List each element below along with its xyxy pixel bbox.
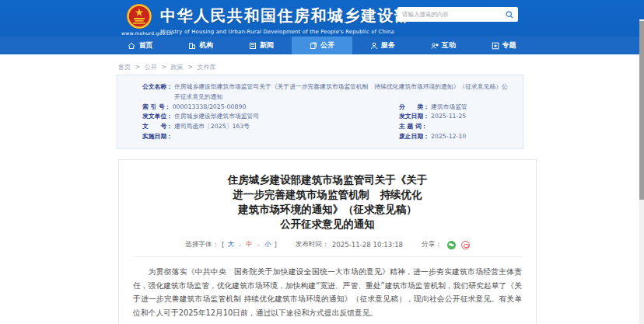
meta-label-doc-name: 公文名称： xyxy=(142,82,173,103)
breadcrumb-separator: > xyxy=(161,64,166,71)
meta-value-category: 建筑市场监管 xyxy=(431,103,467,113)
nav-item-interact[interactable]: 互动 xyxy=(413,37,474,54)
breadcrumb-policy[interactable]: 政策 xyxy=(171,64,184,71)
document-body: 为贯彻落实《中共中央 国务院关于加快建设全国统一大市场的意见》精神，进一步夯实建… xyxy=(133,265,522,324)
main-nav: 首页 机构 新闻 公开 服务 互动 专题 xyxy=(0,37,644,54)
font-size-small-button[interactable]: 小 xyxy=(264,240,271,249)
meta-label-issuer: 发文单位： xyxy=(142,112,173,122)
meta-value-doc-no: 建司局函市〔2025〕163号 xyxy=(174,122,250,132)
nav-item-label: 专题 xyxy=(502,40,516,51)
search-icon[interactable] xyxy=(506,11,513,19)
meta-label-impl-date: 实施日期： xyxy=(142,132,173,142)
star-icon xyxy=(492,42,499,50)
publish-time-label: 发布时间： xyxy=(296,240,329,249)
breadcrumb-separator: > xyxy=(187,64,193,71)
breadcrumb-disclosure[interactable]: 公开 xyxy=(145,64,157,71)
font-size-separator: - xyxy=(239,241,241,249)
meta-label-index: 索 引 号： xyxy=(142,103,171,113)
nav-item-label: 首页 xyxy=(138,40,152,51)
wechat-share-icon[interactable] xyxy=(447,241,456,249)
national-emblem-icon xyxy=(126,3,152,30)
document-toolbar: 选择字体：[大-中-小] 发布时间：2025-11-28 10:13:18 分享… xyxy=(133,240,522,257)
document-paragraph: 为贯彻落实《中共中央 国务院关于加快建设全国统一大市场的意见》精神，进一步夯实建… xyxy=(133,265,522,319)
breadcrumb-separator: > xyxy=(135,64,141,71)
meta-row-docno-subject: 文 号： 建司局函市〔2025〕163号 主 题 词： xyxy=(142,122,512,132)
document-title-line: 住房城乡建设部建筑市场监管司关于《关于 xyxy=(133,172,522,187)
font-size-separator: - xyxy=(257,241,260,249)
meta-row-doc-name: 公文名称： 住房城乡建设部建筑市场监管司关于《关于进一步完善建筑市场监管机制 持… xyxy=(142,82,512,103)
nav-item-home[interactable]: 首页 xyxy=(110,37,171,54)
document-icon xyxy=(310,42,317,50)
site-subtitle: Ministry of Housing and Urban-Rural Deve… xyxy=(160,29,411,35)
nav-item-service[interactable]: 服务 xyxy=(352,37,413,54)
meta-value-doc-name: 住房城乡建设部建筑市场监管司关于《关于进一步完善建筑市场监管机制 持续优化建筑市… xyxy=(174,82,512,103)
national-emblem: www.mohurd.gov.cn xyxy=(121,3,157,36)
meta-label-expiry: 废止日期： xyxy=(399,132,429,142)
document-title-line: 公开征求意见的通知 xyxy=(133,217,522,232)
nav-item-label: 新闻 xyxy=(260,40,274,51)
font-size-bracket: [ xyxy=(222,241,224,249)
person-icon xyxy=(370,42,378,50)
meta-label-category: 分 类： xyxy=(399,103,429,113)
document-content: 住房城乡建设部建筑市场监管司关于《关于 进一步完善建筑市场监管机制 持续优化 建… xyxy=(118,159,537,324)
meta-row-impl-expiry: 实施日期： 废止日期： 2025-12-10 xyxy=(142,132,512,142)
weibo-share-icon[interactable] xyxy=(461,241,470,249)
font-size-label: 选择字体： xyxy=(185,240,219,249)
meta-value-issue-date: 2025-11-25 xyxy=(431,112,466,122)
nav-item-news[interactable]: 新闻 xyxy=(231,37,292,54)
breadcrumb-home[interactable]: 首页 xyxy=(118,64,131,71)
font-size-bracket: ] xyxy=(274,241,276,249)
breadcrumb-library[interactable]: 文件库 xyxy=(197,64,215,71)
meta-label-doc-no: 文 号： xyxy=(142,122,173,132)
meta-row-issuer-date: 发文单位： 住房城乡建设部建筑市场监管司 发文日期： 2025-11-25 xyxy=(142,112,512,122)
breadcrumb: 首页 > 公开 > 政策 > 文件库 xyxy=(118,63,215,71)
building-icon xyxy=(188,42,196,50)
document-meta-table: 公文名称： 住房城乡建设部建筑市场监管司关于《关于进一步完善建筑市场监管机制 持… xyxy=(117,75,523,149)
meta-label-subject: 主 题 词： xyxy=(399,122,428,132)
site-title: 中华人民共和国住房和城乡建设部 xyxy=(160,5,411,26)
font-size-medium-button[interactable]: 中 xyxy=(246,240,253,249)
site-url: www.mohurd.gov.cn xyxy=(121,30,157,36)
nav-item-topics[interactable]: 专题 xyxy=(474,37,534,54)
scrollbar-thumb[interactable] xyxy=(639,21,644,200)
publish-time-value: 2025-11-28 10:13:18 xyxy=(332,241,403,249)
share-label: 分享： xyxy=(422,240,442,249)
nav-item-label: 互动 xyxy=(442,40,456,51)
search-input[interactable] xyxy=(402,11,506,18)
meta-value-expiry: 2025-12-10 xyxy=(431,132,466,142)
nav-item-org[interactable]: 机构 xyxy=(170,37,231,54)
nav-item-disclosure[interactable]: 公开 xyxy=(292,37,352,54)
search-box[interactable] xyxy=(397,7,518,22)
document-title-line: 进一步完善建筑市场监管机制 持续优化 xyxy=(133,187,522,202)
home-icon xyxy=(128,42,135,50)
meta-label-issue-date: 发文日期： xyxy=(399,112,429,122)
interaction-icon xyxy=(431,42,439,50)
font-size-large-button[interactable]: 大 xyxy=(227,240,234,249)
nav-item-label: 公开 xyxy=(320,40,334,51)
document-title-line: 建筑市场环境的通知》（征求意见稿） xyxy=(133,202,522,217)
document-title: 住房城乡建设部建筑市场监管司关于《关于 进一步完善建筑市场监管机制 持续优化 建… xyxy=(133,172,522,232)
meta-row-index-category: 索 引 号： 000013338/2025-00890 分 类： 建筑市场监管 xyxy=(142,103,512,113)
meta-value-issuer: 住房城乡建设部建筑市场监管司 xyxy=(174,112,259,122)
nav-item-label: 服务 xyxy=(381,40,395,51)
nav-item-label: 机构 xyxy=(199,40,213,51)
site-header: www.mohurd.gov.cn 中华人民共和国住房和城乡建设部 Minist… xyxy=(0,0,644,37)
meta-value-index: 000013338/2025-00890 xyxy=(173,103,247,113)
news-icon xyxy=(249,42,257,50)
